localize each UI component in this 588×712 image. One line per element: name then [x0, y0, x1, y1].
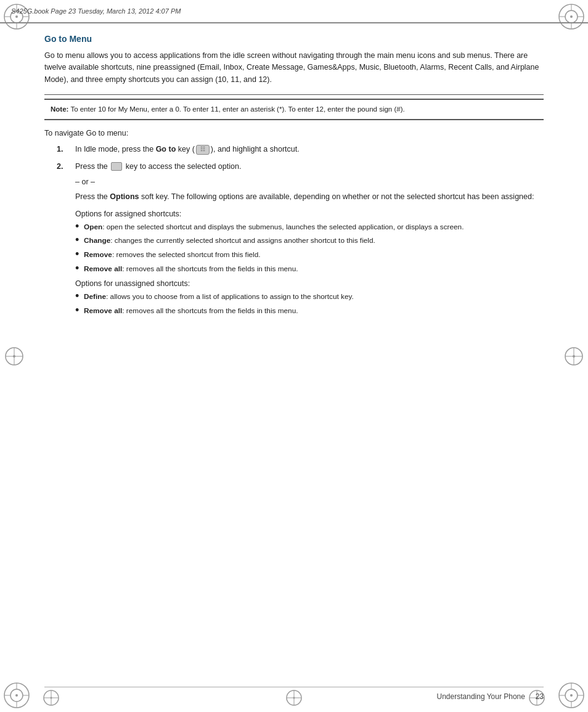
svg-point-20 — [15, 694, 18, 697]
bullet-remove-text: Remove: removes the selected shortcut fr… — [84, 250, 544, 261]
step-1-text-after: ), and highlight a shortcut. — [211, 145, 300, 153]
main-content: Go to Menu Go to menu allows you to acce… — [44, 34, 544, 678]
assigned-bullets-list: • Open: open the selected shortcut and d… — [75, 222, 544, 275]
bullet-define: • Define: allows you to choose from a li… — [75, 292, 544, 303]
options-paragraph: Press the Options soft key. The followin… — [75, 191, 544, 203]
bullet-remove: • Remove: removes the selected shortcut … — [75, 250, 544, 261]
unassigned-bullets-list: • Define: allows you to choose from a li… — [75, 292, 544, 316]
bullet-dot-6: • — [75, 305, 84, 316]
step-2: 2. Press the key to access the selected … — [44, 161, 544, 173]
bullet-remove-all-2-text: Remove all: removes all the shortcuts fr… — [84, 306, 544, 317]
step-1-text-before: In Idle mode, press the — [75, 145, 156, 153]
bullet-dot-1: • — [75, 221, 84, 232]
bullet-remove-all-text: Remove all: removes all the shortcuts fr… — [84, 264, 544, 275]
intro-paragraph: Go to menu allows you to access applicat… — [44, 50, 544, 86]
header-text: S425G.book Page 23 Tuesday, March 13, 20… — [11, 7, 181, 15]
bullet-remove-all: • Remove all: removes all the shortcuts … — [75, 264, 544, 275]
bullet-dot-3: • — [75, 248, 84, 260]
top-divider — [44, 94, 544, 95]
svg-point-31 — [13, 355, 15, 358]
footer: Understanding Your Phone 23 — [44, 687, 544, 701]
step-2-text-after: key to access the selected option. — [123, 162, 241, 171]
bullet-open: • Open: open the selected shortcut and d… — [75, 222, 544, 233]
bullet-change: • Change: changes the currently selected… — [75, 235, 544, 247]
mid-right-marker — [563, 345, 585, 367]
step-1-content: In Idle mode, press the Go to key (☷), a… — [75, 144, 544, 155]
note-label: Note: — [51, 105, 68, 113]
bullet-dot-2: • — [75, 234, 84, 245]
note-text: To enter 10 for My Menu, enter a 0. To e… — [68, 105, 404, 113]
step-1-bold: Go to — [156, 145, 176, 153]
bullet-define-text: Define: allows you to choose from a list… — [84, 292, 544, 303]
navigate-text: To navigate Go to menu: — [44, 129, 544, 137]
note-box: Note: To enter 10 for My Menu, enter a 0… — [44, 99, 544, 120]
goto-key-icon: ☷ — [196, 145, 210, 155]
options-bold: Options — [110, 192, 139, 201]
or-divider: – or – — [75, 178, 544, 186]
step-2-text-before: Press the — [75, 162, 110, 171]
corner-decoration-br — [557, 681, 586, 710]
step-2-num: 2. — [57, 161, 75, 173]
unassigned-heading: Options for unassigned shortcuts: — [75, 279, 544, 288]
footer-label: Understanding Your Phone — [437, 692, 525, 701]
section-heading: Go to Menu — [44, 34, 544, 44]
assigned-heading: Options for assigned shortcuts: — [75, 210, 544, 218]
svg-point-27 — [570, 694, 573, 697]
step-1-text-mid: key ( — [176, 145, 195, 153]
bullet-dot-5: • — [75, 290, 84, 301]
step-2-content: Press the key to access the selected opt… — [75, 161, 544, 173]
bullet-change-text: Change: changes the currently selected s… — [84, 235, 544, 247]
step-1: 1. In Idle mode, press the Go to key (☷)… — [44, 144, 544, 155]
bullet-dot-4: • — [75, 263, 84, 274]
step-1-num: 1. — [57, 144, 75, 155]
bullet-open-text: Open: open the selected shortcut and dis… — [84, 222, 544, 233]
select-key-icon — [111, 162, 122, 171]
steps-list: 1. In Idle mode, press the Go to key (☷)… — [44, 144, 544, 173]
bullet-remove-all-2: • Remove all: removes all the shortcuts … — [75, 306, 544, 317]
footer-page-number: 23 — [536, 692, 544, 701]
header-bar: S425G.book Page 23 Tuesday, March 13, 20… — [0, 0, 588, 23]
mid-left-marker — [3, 345, 25, 367]
corner-decoration-bl — [2, 681, 31, 710]
svg-point-35 — [573, 355, 575, 358]
